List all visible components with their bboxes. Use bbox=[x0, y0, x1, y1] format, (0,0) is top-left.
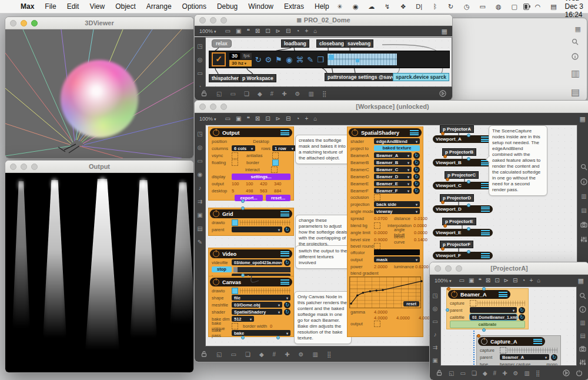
bakepass-dropdown[interactable]: bake bbox=[232, 330, 290, 336]
p-projector-f[interactable]: p ProjectorF bbox=[440, 241, 473, 248]
camera-icon[interactable] bbox=[579, 345, 586, 352]
wrench-icon[interactable]: ⚙ bbox=[513, 370, 519, 376]
new-object-icon[interactable]: ▭ bbox=[225, 28, 230, 34]
p-projector-e[interactable]: p ProjectorE bbox=[442, 218, 476, 225]
lock-icon[interactable] bbox=[436, 369, 443, 376]
desktop-x[interactable]: 5 bbox=[232, 188, 246, 194]
cube-icon[interactable]: ◳ bbox=[197, 131, 202, 137]
capture-checkbox[interactable] bbox=[500, 347, 506, 354]
vsync-checkbox[interactable] bbox=[232, 152, 238, 159]
p-projector-d[interactable]: p ProjectorD bbox=[440, 194, 474, 202]
gamma-value-3[interactable]: 4.0000 bbox=[396, 315, 414, 321]
new-message-icon[interactable]: ⊡ bbox=[495, 278, 499, 284]
lock-icon[interactable] bbox=[201, 90, 208, 97]
antialias-checkbox[interactable] bbox=[272, 152, 279, 159]
distance-value[interactable]: 0.0100 bbox=[414, 216, 432, 221]
preset-strip[interactable] bbox=[328, 54, 397, 65]
new-comment-icon[interactable]: ❝ bbox=[478, 278, 481, 284]
info-icon[interactable] bbox=[579, 306, 586, 313]
new-number-icon[interactable]: ⊟ bbox=[286, 116, 290, 122]
baked-texture-button[interactable]: baked texture bbox=[374, 145, 420, 151]
bevelround-checkbox[interactable] bbox=[374, 243, 380, 249]
menu-item-debug[interactable]: Debug bbox=[212, 2, 243, 11]
p-workspace-object[interactable]: p Workspace bbox=[239, 74, 276, 82]
record-icon[interactable]: ◉ bbox=[198, 171, 203, 178]
beamer-e-dropdown[interactable]: Beamer_E bbox=[374, 181, 412, 186]
occlusion-checkbox[interactable] bbox=[374, 194, 380, 201]
reset-button[interactable]: reset... bbox=[266, 195, 290, 201]
interpolation-value[interactable]: 0.0000 bbox=[413, 223, 431, 228]
blendbg-checkbox[interactable] bbox=[374, 222, 380, 229]
new-message-icon[interactable]: ⊡ bbox=[265, 116, 270, 122]
refresh-icon[interactable]: ↻ bbox=[551, 354, 557, 361]
zoom-tool-icon[interactable]: ◱ bbox=[216, 91, 222, 97]
wrench-icon[interactable]: ⚙ bbox=[299, 351, 304, 358]
list-icon[interactable]: ▤ bbox=[580, 332, 585, 339]
new-playbar-icon[interactable]: ⊳ bbox=[276, 28, 280, 34]
new-playbar-icon[interactable]: ⊳ bbox=[276, 116, 280, 122]
bakedim-dropdown[interactable]: 512 bbox=[232, 316, 254, 322]
video-position-slider[interactable] bbox=[233, 267, 290, 272]
stepper-icon[interactable]: ⇉ bbox=[433, 344, 437, 351]
snap-icon[interactable]: ◆ bbox=[483, 370, 487, 376]
search-icon[interactable] bbox=[579, 292, 586, 299]
parent-dropdown[interactable] bbox=[232, 226, 282, 232]
power-value[interactable]: 2.0000 bbox=[374, 264, 392, 269]
output-w[interactable]: 420 bbox=[260, 181, 274, 186]
gradient-reset-button[interactable]: reset bbox=[403, 301, 419, 306]
new-number-icon[interactable]: ⊟ bbox=[513, 278, 517, 284]
refresh-icon[interactable]: ↻ bbox=[284, 259, 290, 266]
new-dial-icon[interactable]: ◔ bbox=[296, 116, 299, 122]
menu-icon[interactable] bbox=[533, 339, 542, 344]
menu-item-arrange[interactable]: Arrange bbox=[141, 2, 177, 11]
preview-eye-icon[interactable]: ◉ bbox=[286, 55, 292, 64]
dome-patcher-canvas[interactable]: relax loadbang closebang savebang ✓ 30 f… bbox=[205, 37, 452, 87]
output-x[interactable]: 100 bbox=[232, 181, 246, 186]
refresh-icon[interactable]: ↻ bbox=[519, 314, 525, 321]
menu-item-object[interactable]: Object bbox=[110, 2, 141, 11]
blend-gradient-editor[interactable]: reset bbox=[349, 276, 421, 308]
search-icon[interactable] bbox=[580, 164, 587, 171]
menu-icon[interactable] bbox=[481, 206, 490, 212]
parent-dropdown[interactable] bbox=[470, 307, 517, 313]
shape-dropdown[interactable]: file bbox=[232, 295, 290, 301]
siri-icon[interactable]: ◍ bbox=[493, 3, 504, 11]
list-icon[interactable]: ▤ bbox=[581, 207, 586, 214]
zoom-select[interactable]: 100% bbox=[199, 28, 216, 34]
new-object-icon[interactable]: ▭ bbox=[225, 116, 230, 122]
new-toggle-icon[interactable]: ▣ bbox=[236, 116, 241, 122]
savebang-object[interactable]: savebang bbox=[345, 39, 373, 48]
menu-item-help[interactable]: Help bbox=[309, 2, 335, 11]
menu-item-file[interactable]: File bbox=[39, 2, 61, 11]
new-button-icon[interactable]: ⊠ bbox=[255, 28, 260, 34]
power-icon[interactable] bbox=[213, 129, 219, 136]
image-icon[interactable]: ▣ bbox=[432, 357, 437, 364]
menu-item-options[interactable]: Options bbox=[177, 2, 212, 11]
presentation-icon[interactable]: ▭ bbox=[230, 91, 235, 97]
new-comment-icon[interactable]: ❝ bbox=[246, 116, 249, 122]
beamer-c-dropdown[interactable]: Beamer_C bbox=[374, 166, 412, 172]
workspace-titlebar[interactable]: [Workspace] (unlocked) bbox=[195, 101, 588, 113]
viewport-d-header[interactable]: Viewport_D bbox=[433, 205, 493, 213]
p-projector-a[interactable]: p ProjectorA bbox=[440, 125, 474, 133]
send-patch-icon[interactable]: ⌂ bbox=[313, 28, 317, 34]
audio-icon[interactable]: ♪ bbox=[433, 331, 436, 338]
menu-clock[interactable]: Wed Dec 3 16:24 bbox=[565, 0, 588, 19]
desktop-y[interactable]: 498 bbox=[246, 188, 260, 194]
menu-icon[interactable] bbox=[280, 251, 289, 256]
console-icon[interactable]: ◎ bbox=[433, 305, 438, 312]
power-icon[interactable] bbox=[481, 338, 487, 345]
refresh-icon[interactable]: ↻ bbox=[413, 174, 420, 180]
output-module-header[interactable]: Output bbox=[210, 128, 292, 137]
refresh-icon[interactable]: ↻ bbox=[519, 307, 525, 314]
output-h[interactable]: 340 bbox=[274, 181, 288, 186]
softedge-mask-canvas[interactable] bbox=[5, 173, 193, 372]
piano-icon[interactable]: ▥ bbox=[524, 370, 530, 376]
connect-icon[interactable]: ✚ bbox=[285, 351, 289, 358]
refresh-icon[interactable]: ↻ bbox=[413, 188, 420, 194]
menu-icon[interactable] bbox=[280, 130, 289, 135]
output-titlebar[interactable]: Output bbox=[5, 161, 193, 173]
fps-numberbox[interactable]: 30 bbox=[229, 53, 240, 59]
drawto-checkbox[interactable] bbox=[232, 219, 238, 226]
add-object-icon[interactable]: + bbox=[529, 278, 533, 284]
